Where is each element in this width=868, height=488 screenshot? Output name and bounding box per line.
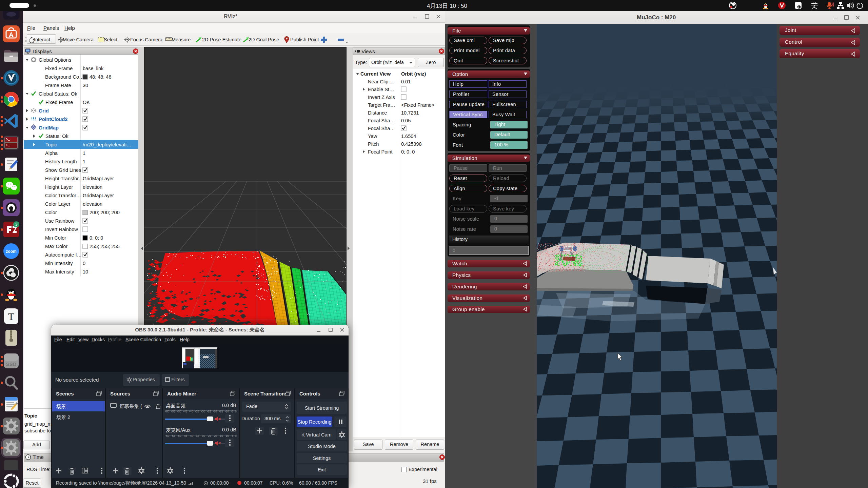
svg-text:Max Intensity: Max Intensity xyxy=(45,269,74,274)
svg-text:Use Rainbow: Use Rainbow xyxy=(45,218,75,224)
svg-text:-20: -20 xyxy=(213,434,217,438)
svg-text:GridMapLayer: GridMapLayer xyxy=(83,193,114,198)
svg-text:Min Color: Min Color xyxy=(45,235,66,241)
svg-text:-25: -25 xyxy=(207,410,211,413)
svg-text:base_link: base_link xyxy=(83,66,104,71)
svg-text:-45: -45 xyxy=(183,434,188,438)
svg-text:Min Intensity: Min Intensity xyxy=(45,261,73,266)
svg-text:Fixed Frame: Fixed Frame xyxy=(45,66,73,71)
svg-text:0.05: 0.05 xyxy=(401,118,411,123)
svg-text:-10: -10 xyxy=(225,410,229,413)
svg-text:elevation: elevation xyxy=(83,184,102,190)
svg-text:-55: -55 xyxy=(171,434,176,438)
svg-text:GridMap: GridMap xyxy=(39,125,59,130)
svg-text:GridMapLayer: GridMapLayer xyxy=(83,176,114,181)
svg-text:-40: -40 xyxy=(189,434,193,438)
svg-text:0; 0; 0: 0; 0; 0 xyxy=(401,149,415,155)
svg-text:elevation: elevation xyxy=(83,201,102,207)
svg-text:Focal Sha…: Focal Sha… xyxy=(368,118,395,123)
svg-text:-40: -40 xyxy=(189,410,193,413)
svg-text:PointCloud2: PointCloud2 xyxy=(39,117,67,122)
svg-text:Interact: Interact xyxy=(34,37,50,42)
svg-text:-5: -5 xyxy=(231,434,234,438)
svg-text:Current View: Current View xyxy=(360,71,391,77)
svg-text:0; 0; 0: 0; 0; 0 xyxy=(90,235,103,241)
svg-text:zoom: zoom xyxy=(6,249,16,254)
svg-text:1: 1 xyxy=(83,150,85,156)
svg-text:Global Options: Global Options xyxy=(39,57,71,63)
svg-text:30: 30 xyxy=(83,83,88,88)
svg-text:Focal Point: Focal Point xyxy=(368,149,393,155)
svg-text:SSD: SSD xyxy=(6,361,17,367)
svg-text:Focal Sha…: Focal Sha… xyxy=(368,126,395,131)
svg-text:Yaw: Yaw xyxy=(368,134,377,139)
svg-text:-45: -45 xyxy=(183,410,188,413)
svg-text:1.6504: 1.6504 xyxy=(401,134,416,139)
svg-text:0.01: 0.01 xyxy=(401,79,411,84)
svg-text:Near Clip …: Near Clip … xyxy=(368,79,395,84)
svg-text:1: 1 xyxy=(83,159,85,164)
svg-text:Global Status: Ok: Global Status: Ok xyxy=(39,91,77,97)
svg-text:/m20_deploy/elevati…: /m20_deploy/elevati… xyxy=(83,142,131,147)
svg-text:Frame Rate: Frame Rate xyxy=(45,83,71,88)
svg-text:Enable St…: Enable St… xyxy=(368,87,394,92)
svg-text:-15: -15 xyxy=(219,434,223,438)
svg-text:3: 3 xyxy=(15,222,18,227)
svg-text:10: 10 xyxy=(83,269,88,274)
svg-text:Focus Camera: Focus Camera xyxy=(130,37,163,42)
svg-text:Invert Z Axis: Invert Z Axis xyxy=(368,95,395,100)
svg-text:-15: -15 xyxy=(219,410,223,413)
svg-text:10.7231: 10.7231 xyxy=(401,110,419,116)
svg-text:Show Grid Lines: Show Grid Lines xyxy=(45,167,81,173)
svg-text:Select: Select xyxy=(104,37,117,42)
svg-text:Color: Color xyxy=(45,210,57,215)
svg-text:2D Pose Estimate: 2D Pose Estimate xyxy=(202,37,241,42)
svg-text:-60: -60 xyxy=(165,410,170,413)
svg-text:Fixed Frame: Fixed Frame xyxy=(45,100,73,105)
svg-text:255; 255; 255: 255; 255; 255 xyxy=(90,244,120,249)
svg-text:Orbit (rviz): Orbit (rviz) xyxy=(401,71,426,77)
svg-text:-30: -30 xyxy=(201,434,205,438)
svg-text:-5: -5 xyxy=(231,410,234,413)
svg-text:-50: -50 xyxy=(177,410,181,413)
svg-text:Measure: Measure xyxy=(172,37,191,42)
svg-text:Background Co…: Background Co… xyxy=(45,74,84,80)
svg-text:-50: -50 xyxy=(177,434,181,438)
svg-text:Topic: Topic xyxy=(45,142,57,147)
svg-text:-35: -35 xyxy=(195,410,199,413)
svg-text:<Fixed Frame>: <Fixed Frame> xyxy=(401,102,434,108)
svg-text:Publish Point: Publish Point xyxy=(290,37,319,42)
svg-text:-30: -30 xyxy=(201,410,205,413)
svg-text:-60: -60 xyxy=(165,434,170,438)
svg-text:0: 0 xyxy=(235,434,237,438)
svg-text:Max Color: Max Color xyxy=(45,244,67,249)
svg-text:Alpha: Alpha xyxy=(45,150,58,156)
svg-text:200; 200; 200: 200; 200; 200 xyxy=(90,210,120,215)
svg-text:-20: -20 xyxy=(213,410,217,413)
svg-text:Height Layer: Height Layer xyxy=(45,184,73,190)
svg-text:-35: -35 xyxy=(195,434,199,438)
svg-text:Invert Rainbow: Invert Rainbow xyxy=(45,227,78,232)
svg-text:2D Goal Pose: 2D Goal Pose xyxy=(249,37,279,42)
svg-text:History Length: History Length xyxy=(45,159,77,164)
svg-text:OK: OK xyxy=(83,100,90,105)
svg-text:Pitch: Pitch xyxy=(368,141,379,147)
svg-text:-25: -25 xyxy=(207,434,211,438)
svg-text:Distance: Distance xyxy=(368,110,387,116)
svg-text:0.425398: 0.425398 xyxy=(401,141,421,147)
svg-text:0: 0 xyxy=(235,410,237,413)
svg-text:-55: -55 xyxy=(171,410,176,413)
svg-text:-10: -10 xyxy=(225,434,229,438)
svg-text:Autocompute I…: Autocompute I… xyxy=(45,252,82,258)
svg-text:Color Layer: Color Layer xyxy=(45,201,71,207)
svg-text:Target Fra…: Target Fra… xyxy=(368,102,395,108)
svg-text:0: 0 xyxy=(83,261,85,266)
svg-text:Status: Ok: Status: Ok xyxy=(45,134,68,139)
svg-text:Color Transfor…: Color Transfor… xyxy=(45,193,81,198)
svg-text:Height Transfor…: Height Transfor… xyxy=(45,176,84,181)
svg-text:Grid: Grid xyxy=(39,108,49,114)
svg-text:T: T xyxy=(8,311,14,322)
svg-text:Move Camera: Move Camera xyxy=(63,37,94,42)
svg-text:48; 48; 48: 48; 48; 48 xyxy=(90,74,112,80)
